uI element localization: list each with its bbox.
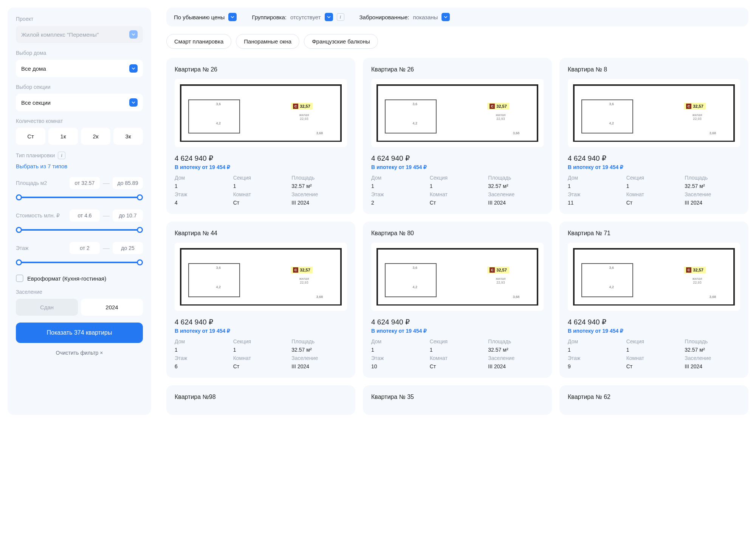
occupancy-label: Заселение xyxy=(16,289,143,295)
apartment-price: 4 624 940 ₽ xyxy=(371,154,544,163)
area-label: Площадь м2 xyxy=(16,180,47,186)
mortgage-link[interactable]: В ипотеку от 19 454 ₽ xyxy=(175,164,347,170)
apartment-card[interactable]: Квартира № 44 C32,57 жилая22,93 3,6 4,2 … xyxy=(166,222,355,378)
apartment-card[interactable]: Квартира № 26 C32,57 жилая22,93 3,6 4,2 … xyxy=(166,58,355,214)
filter-sidebar: Проект Жилой комплекс "Перемены" Выбор д… xyxy=(8,8,151,415)
floor-plan: C32,57 жилая22,93 3,6 4,2 3,68 xyxy=(175,243,347,311)
price-from-input[interactable]: от 4.6 xyxy=(70,209,100,222)
sort-toolbar: По убыванию цены Группировка: отсутствуе… xyxy=(166,8,748,26)
chevron-down-icon xyxy=(442,13,450,21)
info-icon[interactable]: i xyxy=(337,13,344,21)
chip-french-balcony[interactable]: Французские балконы xyxy=(304,34,378,49)
room-option-1k[interactable]: 1к xyxy=(48,128,78,145)
rooms-label: Количество комнат xyxy=(16,118,143,124)
apartment-card[interactable]: Квартира № 80 C32,57 жилая22,93 3,6 4,2 … xyxy=(363,222,552,378)
apartments-grid: Квартира № 26 C32,57 жилая22,93 3,6 4,2 … xyxy=(166,58,748,415)
apartment-card[interactable]: Квартира №98 xyxy=(166,385,355,415)
apartment-title: Квартира № 62 xyxy=(568,394,740,400)
apartment-title: Квартира № 71 xyxy=(568,230,740,237)
dash: — xyxy=(103,179,110,187)
show-results-button[interactable]: Показать 374 квартиры xyxy=(16,323,143,343)
room-option-3k[interactable]: 3к xyxy=(113,128,143,145)
chip-panoramic[interactable]: Панорамные окна xyxy=(236,34,299,49)
plan-type-label: Тип планировки xyxy=(16,152,55,158)
apartment-details: ДомСекцияПлощадь 1132.57 м² ЭтажКомнатЗа… xyxy=(371,338,544,369)
rooms-group: Ст 1к 2к 3к xyxy=(16,128,143,145)
main-content: По убыванию цены Группировка: отсутствуе… xyxy=(166,8,748,415)
euro-label: Евроформат (Кухня-гостиная) xyxy=(27,275,106,282)
apartment-details: ДомСекцияПлощадь 1132.57 м² ЭтажКомнатЗа… xyxy=(568,175,740,206)
chip-smart-layout[interactable]: Смарт планировка xyxy=(166,34,231,49)
apartment-card[interactable]: Квартира № 26 C32,57 жилая22,93 3,6 4,2 … xyxy=(363,58,552,214)
section-value: Все секции xyxy=(21,99,51,106)
floor-from-input[interactable]: от 2 xyxy=(70,242,100,254)
apartment-title: Квартира № 35 xyxy=(371,394,544,400)
apartment-price: 4 624 940 ₽ xyxy=(568,318,740,326)
apartment-card[interactable]: Квартира № 71 C32,57 жилая22,93 3,6 4,2 … xyxy=(559,222,748,378)
apartment-price: 4 624 940 ₽ xyxy=(175,154,347,163)
price-label: Стоимость млн. ₽ xyxy=(16,213,60,219)
house-value: Все дома xyxy=(21,65,46,72)
apartment-price: 4 624 940 ₽ xyxy=(568,154,740,163)
booked-control[interactable]: Забронированные: показаны xyxy=(359,13,450,21)
floor-plan: C32,57 жилая22,93 3,6 4,2 3,68 xyxy=(175,79,347,147)
house-label: Выбор дома xyxy=(16,50,143,56)
floor-to-input[interactable]: до 25 xyxy=(113,242,143,254)
chevron-down-icon xyxy=(129,64,138,73)
chevron-down-icon xyxy=(228,13,237,21)
floor-plan: C32,57 жилая22,93 3,6 4,2 3,68 xyxy=(568,243,740,311)
section-select[interactable]: Все секции xyxy=(16,94,143,111)
apartment-title: Квартира № 80 xyxy=(371,230,544,237)
area-to-input[interactable]: до 85.89 xyxy=(113,177,143,189)
apartment-price: 4 624 940 ₽ xyxy=(175,318,347,326)
occupancy-2024[interactable]: 2024 xyxy=(81,299,143,316)
mortgage-link[interactable]: В ипотеку от 19 454 ₽ xyxy=(371,328,544,334)
floor-plan: C32,57 жилая22,93 3,6 4,2 3,68 xyxy=(371,79,544,147)
apartment-details: ДомСекцияПлощадь 1132.57 м² ЭтажКомнатЗа… xyxy=(371,175,544,206)
apartment-title: Квартира № 26 xyxy=(371,66,544,73)
apartment-details: ДомСекцияПлощадь 1132.57 м² ЭтажКомнатЗа… xyxy=(175,338,347,369)
room-option-2k[interactable]: 2к xyxy=(81,128,110,145)
price-to-input[interactable]: до 10.7 xyxy=(113,209,143,222)
apartment-title: Квартира № 26 xyxy=(175,66,347,73)
area-from-input[interactable]: от 32.57 xyxy=(70,177,100,189)
house-select[interactable]: Все дома xyxy=(16,60,143,77)
tag-chips: Смарт планировка Панорамные окна Француз… xyxy=(166,34,748,49)
apartment-details: ДомСекцияПлощадь 1132.57 м² ЭтажКомнатЗа… xyxy=(175,175,347,206)
floor-slider[interactable] xyxy=(16,258,143,267)
sort-value: По убыванию цены xyxy=(174,14,225,20)
sort-control[interactable]: По убыванию цены xyxy=(174,13,237,21)
floor-label: Этаж xyxy=(16,245,28,251)
clear-filter-button[interactable]: Очистить фильтр × xyxy=(16,350,143,356)
apartment-card[interactable]: Квартира № 8 C32,57 жилая22,93 3,6 4,2 3… xyxy=(559,58,748,214)
floor-plan: C32,57 жилая22,93 3,6 4,2 3,68 xyxy=(371,243,544,311)
chevron-down-icon xyxy=(325,13,333,21)
chevron-down-icon xyxy=(129,98,138,107)
area-slider[interactable] xyxy=(16,193,143,202)
project-label: Проект xyxy=(16,16,143,22)
section-label: Выбор секции xyxy=(16,84,143,90)
room-option-studio[interactable]: Ст xyxy=(16,128,45,145)
mortgage-link[interactable]: В ипотеку от 19 454 ₽ xyxy=(568,328,740,334)
plan-type-link[interactable]: Выбрать из 7 типов xyxy=(16,163,143,169)
apartment-card[interactable]: Квартира № 62 xyxy=(559,385,748,415)
apartment-title: Квартира № 44 xyxy=(175,230,347,237)
apartment-details: ДомСекцияПлощадь 1132.57 м² ЭтажКомнатЗа… xyxy=(568,338,740,369)
project-select[interactable]: Жилой комплекс "Перемены" xyxy=(16,26,143,43)
euro-checkbox[interactable] xyxy=(16,275,23,282)
mortgage-link[interactable]: В ипотеку от 19 454 ₽ xyxy=(175,328,347,334)
dash: — xyxy=(103,244,110,252)
apartment-price: 4 624 940 ₽ xyxy=(371,318,544,326)
occupancy-delivered[interactable]: Сдан xyxy=(16,299,78,316)
apartment-title: Квартира № 8 xyxy=(568,66,740,73)
price-slider[interactable] xyxy=(16,225,143,234)
grouping-control[interactable]: Группировка: отсутствует i xyxy=(252,13,344,21)
dash: — xyxy=(103,212,110,220)
floor-plan: C32,57 жилая22,93 3,6 4,2 3,68 xyxy=(568,79,740,147)
info-icon[interactable]: i xyxy=(58,152,65,159)
mortgage-link[interactable]: В ипотеку от 19 454 ₽ xyxy=(371,164,544,170)
mortgage-link[interactable]: В ипотеку от 19 454 ₽ xyxy=(568,164,740,170)
apartment-card[interactable]: Квартира № 35 xyxy=(363,385,552,415)
project-value: Жилой комплекс "Перемены" xyxy=(21,31,99,38)
apartment-title: Квартира №98 xyxy=(175,394,347,400)
